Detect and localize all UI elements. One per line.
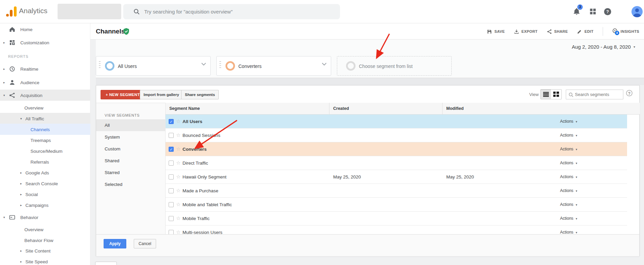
edit-button[interactable]: EDIT bbox=[577, 29, 594, 34]
apps-grid-icon[interactable] bbox=[589, 7, 597, 16]
segment-name[interactable]: Mobile and Tablet Traffic bbox=[183, 202, 232, 207]
segment-row-hawaii-only-segment[interactable]: ☆Hawaii Only SegmentMay 25, 2020May 25, … bbox=[166, 170, 627, 184]
segment-row-mobile-traffic[interactable]: ☆Mobile TrafficActions▾ bbox=[166, 212, 627, 225]
col-modified[interactable]: Modified bbox=[446, 103, 464, 115]
export-button[interactable]: EXPORT bbox=[514, 29, 538, 34]
sidebar-item-realtime[interactable]: ▸Realtime bbox=[0, 63, 90, 74]
sidebar-item-all-traffic[interactable]: ▾All Traffic bbox=[0, 113, 90, 124]
segment-card-converters[interactable]: Converters bbox=[216, 56, 331, 76]
segment-row-bounced-sessions[interactable]: ☆Bounced SessionsActions▾ bbox=[166, 128, 627, 142]
list-view-toggle[interactable] bbox=[540, 89, 551, 99]
help-icon[interactable]: ? bbox=[604, 8, 611, 15]
col-segment-name[interactable]: Segment Name bbox=[169, 103, 200, 115]
row-checkbox[interactable] bbox=[169, 174, 174, 179]
row-checkbox[interactable]: ✓ bbox=[169, 147, 174, 152]
chevron-right-icon[interactable]: ▸ bbox=[3, 80, 5, 84]
save-button[interactable]: SAVE bbox=[487, 29, 505, 34]
star-icon[interactable]: ☆ bbox=[176, 118, 180, 124]
star-icon[interactable]: ☆ bbox=[176, 132, 180, 138]
star-icon[interactable]: ☆ bbox=[176, 146, 180, 152]
star-icon[interactable]: ☆ bbox=[176, 188, 180, 194]
segment-name[interactable]: Mobile Traffic bbox=[183, 216, 210, 221]
sidebar-item-campaigns[interactable]: ▸Campaigns bbox=[0, 199, 90, 211]
overflow-menu-icon[interactable] bbox=[619, 7, 623, 16]
col-created[interactable]: Created bbox=[333, 103, 349, 115]
row-checkbox[interactable] bbox=[169, 230, 174, 234]
segment-row-made-a-purchase[interactable]: ☆Made a PurchaseActions▾ bbox=[166, 184, 627, 198]
insights-button[interactable]: 4 INSIGHTS bbox=[612, 28, 639, 35]
drag-handle-icon[interactable] bbox=[219, 61, 221, 69]
chevron-down-icon[interactable]: ▾ bbox=[3, 215, 5, 219]
share-segments-button[interactable]: Share segments bbox=[181, 90, 219, 99]
sidebar-item-site-content[interactable]: ▸Site Content bbox=[0, 245, 90, 256]
actions-menu[interactable]: Actions▾ bbox=[560, 188, 577, 193]
segment-search-input[interactable] bbox=[575, 90, 622, 99]
segment-name[interactable]: Direct Traffic bbox=[183, 161, 208, 166]
sidebar-item-social[interactable]: ▸Social bbox=[0, 189, 90, 200]
actions-menu[interactable]: Actions▾ bbox=[560, 161, 577, 165]
chevron-down-icon[interactable]: ▾ bbox=[3, 93, 5, 97]
chevron-right-icon[interactable]: ▸ bbox=[20, 249, 22, 252]
import-from-gallery-button[interactable]: Import from gallery bbox=[140, 90, 183, 99]
new-segment-button[interactable]: + NEW SEGMENT bbox=[101, 90, 145, 99]
row-checkbox[interactable] bbox=[169, 202, 174, 207]
segment-row-converters[interactable]: ✓☆ConvertersActions▾ bbox=[166, 142, 627, 156]
global-search-input[interactable] bbox=[144, 4, 334, 19]
sidebar-item-audience[interactable]: ▸Audience bbox=[0, 77, 90, 88]
sidebar-item-search-console[interactable]: ▸Search Console bbox=[0, 178, 90, 189]
chevron-down-icon[interactable] bbox=[201, 63, 206, 66]
sidebar-item-behavior-flow[interactable]: Behavior Flow bbox=[0, 235, 90, 246]
avatar[interactable] bbox=[631, 6, 643, 17]
sidebar-item-treemaps[interactable]: Treemaps bbox=[0, 135, 90, 146]
account-picker-placeholder[interactable] bbox=[58, 4, 121, 19]
star-icon[interactable]: ☆ bbox=[176, 215, 180, 221]
segment-name[interactable]: All Users bbox=[183, 119, 202, 124]
row-checkbox[interactable] bbox=[169, 216, 174, 221]
sidebar-item-source-medium[interactable]: Source/Medium bbox=[0, 145, 90, 156]
segment-card-all-users[interactable]: All Users bbox=[96, 56, 211, 76]
chevron-right-icon[interactable]: ▸ bbox=[20, 260, 22, 263]
row-checkbox[interactable] bbox=[169, 188, 174, 193]
sidebar-item-google-ads[interactable]: ▸Google Ads bbox=[0, 167, 90, 178]
segment-row-mobile-and-tablet-traffic[interactable]: ☆Mobile and Tablet TrafficActions▾ bbox=[166, 198, 627, 212]
cancel-button[interactable]: Cancel bbox=[134, 239, 156, 248]
segment-card-choose-segment-from-list[interactable]: Choose segment from list bbox=[337, 56, 452, 76]
sidebar-item-acquisition[interactable]: ▾Acquisition bbox=[0, 90, 90, 101]
row-checkbox[interactable] bbox=[169, 161, 174, 166]
actions-menu[interactable]: Actions▾ bbox=[560, 230, 577, 234]
chevron-right-icon[interactable]: ▸ bbox=[20, 171, 22, 174]
sidebar-item-referrals[interactable]: Referrals bbox=[0, 156, 90, 167]
sidebar-item-channels[interactable]: Channels bbox=[0, 124, 90, 135]
star-icon[interactable]: ☆ bbox=[176, 160, 180, 166]
filter-all[interactable]: All bbox=[96, 119, 166, 131]
sidebar-item-home[interactable]: Home bbox=[0, 24, 90, 35]
filter-custom[interactable]: Custom bbox=[96, 143, 166, 155]
segment-row-all-users[interactable]: ✓☆All UsersActions▾ bbox=[166, 115, 627, 128]
star-icon[interactable]: ☆ bbox=[176, 201, 180, 208]
analytics-logo-icon[interactable] bbox=[5, 5, 17, 18]
date-range-selector[interactable]: Aug 2, 2020 - Aug 8, 2020 ▾ bbox=[572, 44, 635, 50]
segment-name[interactable]: Made a Purchase bbox=[183, 188, 218, 193]
filter-starred[interactable]: Starred bbox=[96, 167, 166, 178]
chevron-right-icon[interactable]: ▸ bbox=[20, 203, 22, 207]
sidebar-item-customization[interactable]: ▸Customization bbox=[0, 37, 90, 48]
star-icon[interactable]: ☆ bbox=[176, 174, 180, 180]
row-checkbox[interactable] bbox=[169, 133, 174, 138]
chevron-right-icon[interactable]: ▸ bbox=[3, 67, 5, 70]
chevron-right-icon[interactable]: ▸ bbox=[3, 41, 5, 44]
star-icon[interactable]: ☆ bbox=[176, 229, 180, 234]
segment-name[interactable]: Converters bbox=[183, 147, 207, 152]
chevron-down-icon[interactable]: ▾ bbox=[20, 117, 22, 120]
actions-menu[interactable]: Actions▾ bbox=[560, 174, 577, 179]
actions-menu[interactable]: Actions▾ bbox=[560, 133, 577, 138]
segment-name[interactable]: Hawaii Only Segment bbox=[183, 174, 227, 179]
segment-name[interactable]: Bounced Sessions bbox=[183, 133, 220, 138]
chevron-right-icon[interactable]: ▸ bbox=[20, 192, 22, 196]
sidebar-item-site-speed[interactable]: ▸Site Speed bbox=[0, 256, 90, 265]
actions-menu[interactable]: Actions▾ bbox=[560, 147, 577, 151]
filter-system[interactable]: System bbox=[96, 131, 166, 143]
filter-selected[interactable]: Selected bbox=[96, 178, 166, 190]
drag-handle-icon[interactable] bbox=[99, 61, 101, 69]
clipped-button[interactable] bbox=[95, 262, 117, 265]
segments-help-icon[interactable]: ? bbox=[626, 90, 632, 96]
